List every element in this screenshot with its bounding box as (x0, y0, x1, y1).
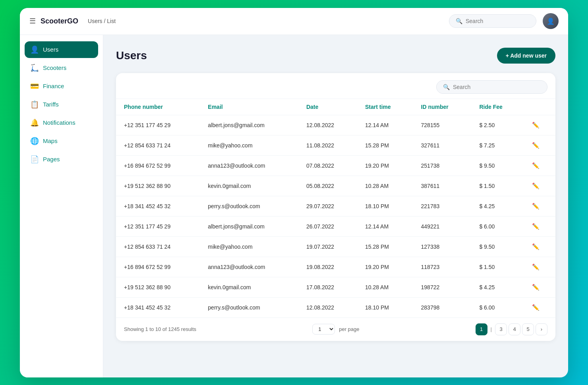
col-phone: Phone number (116, 99, 200, 115)
avatar[interactable]: 👤 (543, 13, 559, 29)
cell-email: mike@yahoo.com (200, 135, 298, 155)
cell-phone: +12 351 177 45 29 (116, 216, 200, 236)
cell-start-time: 15.28 PM (357, 236, 413, 257)
cell-email: kevin.0gmail.com (200, 277, 298, 297)
cell-email: albert.jons@gmail.com (200, 115, 298, 135)
sidebar-item-finance[interactable]: 💳 Finance (25, 78, 98, 95)
cell-date: 07.08.2022 (298, 155, 357, 176)
sidebar-item-tariffs[interactable]: 📋 Tariffs (25, 96, 98, 113)
cell-date: 05.08.2022 (298, 176, 357, 196)
page-title: Users (116, 49, 147, 62)
cell-id-number: 251738 (413, 155, 472, 176)
cell-phone: +12 351 177 45 29 (116, 115, 200, 135)
col-id-number: ID number (413, 99, 472, 115)
table-row: +18 341 452 45 32 perry.s@outlook.com 12… (116, 297, 555, 317)
cell-phone: +18 341 452 45 32 (116, 297, 200, 317)
cell-phone: +12 854 633 71 24 (116, 236, 200, 257)
table-header: Phone number Email Date Start time ID nu… (116, 99, 555, 115)
tariffs-icon: 📋 (30, 100, 39, 109)
scooters-icon: 🛴 (30, 64, 39, 72)
sidebar-item-label: Maps (43, 137, 58, 144)
cell-id-number: 449221 (413, 216, 472, 236)
cell-ride-fee: $ 2.50 (471, 115, 524, 135)
users-table-card: 🔍 Phone number Email Date Start time ID … (116, 73, 555, 341)
cell-ride-fee: $ 6.00 (471, 297, 524, 317)
per-page-select[interactable]: 1 10 25 50 (312, 324, 335, 335)
cell-edit[interactable]: ✏️ (524, 277, 555, 297)
edit-icon[interactable]: ✏️ (532, 243, 540, 250)
sidebar-item-label: Scooters (43, 64, 66, 71)
edit-icon[interactable]: ✏️ (532, 304, 540, 311)
users-icon: 👤 (30, 45, 39, 54)
cell-id-number: 127338 (413, 236, 472, 257)
cell-email: mike@yahoo.com (200, 236, 298, 257)
sidebar-item-users[interactable]: 👤 Users (25, 41, 98, 58)
sidebar-item-pages[interactable]: 📄 Pages (25, 151, 98, 168)
sidebar-item-maps[interactable]: 🌐 Maps (25, 133, 98, 149)
cell-date: 19.08.2022 (298, 257, 357, 277)
page-btn-3[interactable]: 3 (495, 323, 507, 335)
cell-start-time: 18.10 PM (357, 196, 413, 216)
topbar: ☰ ScooterGO Users / List 🔍 👤 (20, 8, 568, 35)
edit-icon[interactable]: ✏️ (532, 182, 540, 189)
cell-email: anna123@outlook.com (200, 257, 298, 277)
table-search-input[interactable] (453, 84, 541, 90)
pagination-dots: | (489, 326, 493, 332)
cell-edit[interactable]: ✏️ (524, 257, 555, 277)
edit-icon[interactable]: ✏️ (532, 142, 540, 149)
cell-phone: +16 894 672 52 99 (116, 257, 200, 277)
cell-edit[interactable]: ✏️ (524, 155, 555, 176)
per-page-label: per page (339, 326, 359, 332)
cell-phone: +18 341 452 45 32 (116, 196, 200, 216)
hamburger-icon[interactable]: ☰ (29, 17, 36, 25)
sidebar-item-scooters[interactable]: 🛴 Scooters (25, 60, 98, 76)
edit-icon[interactable]: ✏️ (532, 122, 540, 128)
cell-edit[interactable]: ✏️ (524, 236, 555, 257)
cell-edit[interactable]: ✏️ (524, 115, 555, 135)
cell-start-time: 12.14 AM (357, 115, 413, 135)
cell-start-time: 15.28 PM (357, 135, 413, 155)
cell-phone: +19 512 362 88 90 (116, 176, 200, 196)
pages-icon: 📄 (30, 155, 39, 164)
cell-edit[interactable]: ✏️ (524, 216, 555, 236)
logo-text: ScooterGO (41, 17, 78, 25)
add-user-button[interactable]: + Add new user (497, 48, 555, 64)
col-start-time: Start time (357, 99, 413, 115)
cell-ride-fee: $ 1.50 (471, 176, 524, 196)
cell-edit[interactable]: ✏️ (524, 135, 555, 155)
cell-edit[interactable]: ✏️ (524, 297, 555, 317)
cell-phone: +16 894 672 52 99 (116, 155, 200, 176)
cell-date: 19.07.2022 (298, 236, 357, 257)
edit-icon[interactable]: ✏️ (532, 284, 540, 290)
cell-ride-fee: $ 1.50 (471, 257, 524, 277)
cell-ride-fee: $ 9.50 (471, 236, 524, 257)
cell-email: anna123@outlook.com (200, 155, 298, 176)
table-search[interactable]: 🔍 (436, 80, 547, 94)
col-date: Date (298, 99, 357, 115)
sidebar-item-label: Finance (43, 83, 64, 89)
edit-icon[interactable]: ✏️ (532, 263, 540, 270)
cell-id-number: 283798 (413, 297, 472, 317)
col-ride-fee: Ride Fee (471, 99, 524, 115)
cell-id-number: 327611 (413, 135, 472, 155)
cell-edit[interactable]: ✏️ (524, 176, 555, 196)
page-header: Users + Add new user (116, 48, 555, 64)
sidebar-item-label: Users (43, 46, 58, 53)
cell-start-time: 10.28 AM (357, 277, 413, 297)
search-input[interactable] (466, 18, 530, 24)
page-next-btn[interactable]: › (536, 323, 547, 335)
cell-id-number: 118723 (413, 257, 472, 277)
sidebar-item-notifications[interactable]: 🔔 Notifications (25, 114, 98, 131)
cell-ride-fee: $ 9.50 (471, 155, 524, 176)
edit-icon[interactable]: ✏️ (532, 203, 540, 209)
cell-edit[interactable]: ✏️ (524, 196, 555, 216)
cell-start-time: 19.20 PM (357, 257, 413, 277)
edit-icon[interactable]: ✏️ (532, 223, 540, 230)
page-btn-5[interactable]: 5 (522, 323, 534, 335)
cell-ride-fee: $ 4.25 (471, 196, 524, 216)
page-btn-4[interactable]: 4 (509, 323, 520, 335)
page-btn-1[interactable]: 1 (476, 323, 487, 335)
edit-icon[interactable]: ✏️ (532, 162, 540, 169)
cell-date: 12.08.2022 (298, 115, 357, 135)
topbar-search[interactable]: 🔍 (449, 14, 536, 28)
